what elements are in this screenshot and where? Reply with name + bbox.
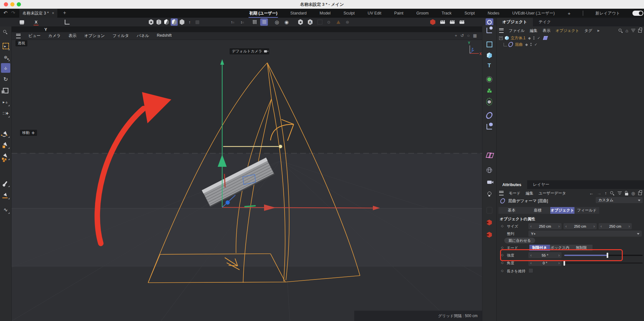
rs-camera-icon[interactable] [484, 230, 495, 240]
section-tab-フィールド[interactable]: フィールド [574, 207, 599, 214]
strength-stepper[interactable]: ‹55 °› [528, 252, 562, 258]
measure-icon[interactable]: ⊙ [326, 18, 332, 26]
om-menu-オブジェクト[interactable]: オブジェクト [555, 28, 579, 33]
attr-forward-icon[interactable]: → [597, 191, 601, 196]
shading-solid-icon[interactable] [171, 18, 178, 26]
object-name[interactable]: 立方体.1 [511, 35, 526, 41]
preset-dropdown[interactable]: カスタム [596, 197, 643, 203]
visibility-dots-icon[interactable] [533, 36, 535, 40]
om-menu-表示[interactable]: 表示 [543, 28, 550, 33]
viewport-corner-icon-3[interactable]: ▦ [473, 33, 477, 38]
render-circle-icon[interactable]: ◉ [283, 18, 290, 26]
camera-object-icon[interactable] [484, 177, 495, 187]
mode-option-制限付き[interactable]: 制限付き [529, 245, 550, 251]
key-diamond-icon[interactable]: ◇ [501, 253, 504, 257]
size-stepper-2[interactable]: ‹250 cm› [599, 223, 632, 229]
attr-filter-icon[interactable] [618, 192, 622, 195]
null-axis-icon[interactable] [484, 121, 495, 132]
gear-icon[interactable]: ⊛ [344, 18, 351, 26]
layer-icon[interactable]: ◆ [525, 42, 528, 47]
tweak-tool-icon[interactable]: ⊛▸ [1, 52, 10, 62]
layout-toggle[interactable] [632, 11, 643, 16]
close-tab-icon[interactable]: × [52, 11, 54, 15]
layout-tab-Paint[interactable]: Paint [393, 9, 404, 17]
viewport-menu-表示[interactable]: 表示 [68, 33, 76, 39]
mode-option-ボックス内[interactable]: ボックス内 [550, 245, 570, 251]
new-layout-button[interactable]: 新レイアウト [595, 9, 620, 18]
grid-toggle-icon[interactable] [251, 18, 258, 26]
tab-objects[interactable]: オブジェクト [497, 18, 533, 26]
angle-slider[interactable] [564, 262, 643, 264]
workplane-icon[interactable] [18, 18, 26, 26]
layout-tab-Track[interactable]: Track [441, 9, 452, 17]
layout-tab-Sculpt[interactable]: Sculpt [343, 9, 355, 17]
attr-up-icon[interactable]: ↑ [605, 191, 607, 196]
attr-back-icon[interactable]: ← [589, 191, 594, 196]
attr-popout-icon[interactable] [638, 192, 642, 195]
shading-dot-icon[interactable] [147, 18, 155, 26]
cone-icon[interactable] [335, 18, 342, 26]
brush-tool-icon[interactable] [1, 178, 10, 188]
sky-globe-icon[interactable] [484, 165, 495, 175]
stepper-inc-icon[interactable]: › [558, 224, 560, 229]
fit-parent-button[interactable]: 親に合わせる [504, 238, 535, 243]
tree-row-bend[interactable]: 屈曲 ◆ ✓ [497, 41, 644, 48]
inactive-box-icon[interactable] [194, 18, 201, 26]
viewport-menu-ビュー[interactable]: ビュー [28, 33, 41, 39]
render-region-icon[interactable]: ◎ [273, 18, 281, 26]
tab-layers[interactable]: レイヤー [527, 180, 555, 189]
om-home-icon[interactable]: ⌂ [626, 28, 628, 33]
size-stepper-0[interactable]: ‹250 cm› [528, 223, 562, 229]
angle-slider-knob[interactable] [564, 260, 565, 266]
viewport-corner-icon-1[interactable]: ↺ [460, 33, 464, 38]
phong-tag-icon[interactable] [543, 36, 548, 40]
snap-move-icon[interactable]: ↑∷ [229, 18, 236, 26]
move-tool-icon[interactable]: ↔↕ [1, 63, 10, 73]
enabled-check-icon[interactable]: ✓ [537, 36, 540, 40]
expander-icon[interactable] [499, 36, 503, 40]
keep-length-checkbox[interactable] [528, 268, 533, 273]
viewport-menu-Redshift[interactable]: Redshift [157, 33, 172, 39]
edge-line-tool-icon[interactable] [1, 190, 10, 200]
array-blocks-icon[interactable] [484, 85, 495, 96]
om-menu-編集[interactable]: 編集 [530, 28, 537, 33]
spline-pen-icon[interactable] [1, 129, 10, 138]
tab-attributes[interactable]: Attributes [497, 180, 527, 189]
generator-sphere-icon[interactable] [484, 74, 495, 84]
redo-icon[interactable]: ↷ [10, 10, 17, 16]
viewport-corner-icon-2[interactable]: ○ [467, 33, 470, 38]
key-diamond-icon[interactable]: ◇ [501, 246, 504, 249]
om-menu-icon[interactable] [499, 28, 504, 33]
document-tab[interactable]: 名称未設定 3 * × [19, 9, 57, 18]
rs-material-icon[interactable] [484, 205, 495, 215]
polygon-pen-icon[interactable] [1, 140, 10, 149]
render-settings-icon[interactable] [458, 18, 466, 26]
add-layout-button[interactable]: + [567, 9, 571, 18]
field-icon[interactable] [484, 150, 495, 160]
cube-primitive-icon[interactable] [484, 50, 495, 61]
stepper-inc-icon[interactable]: › [629, 224, 630, 229]
undo-icon[interactable]: ↶ [2, 10, 9, 16]
axis-lock-icon[interactable]: ↑ [186, 18, 193, 26]
key-diamond-icon[interactable]: ◇ [501, 224, 504, 228]
viewport-corner-icon-0[interactable]: + [455, 33, 457, 38]
camera-label[interactable]: デフォルトカメラ [230, 48, 269, 54]
om-filter-icon[interactable] [631, 29, 635, 33]
shading-half-icon[interactable] [163, 18, 170, 26]
layout-tab-UV Edit[interactable]: UV Edit [367, 9, 382, 17]
viewport-menu-カメラ[interactable]: カメラ [48, 33, 61, 39]
dot-transform-tool-icon[interactable]: ∷✚ [1, 109, 10, 118]
spline-square-icon[interactable] [484, 39, 495, 50]
viewport-menu-オプション[interactable]: オプション [84, 33, 105, 39]
layout-tab-UVEdit-User (ユーザー)[interactable]: UVEdit-User (ユーザー) [512, 9, 555, 18]
key-diamond-icon[interactable]: ◇ [501, 261, 504, 264]
section-tab-座標[interactable]: 座標 [525, 207, 550, 214]
attr-lock-icon[interactable] [625, 193, 628, 195]
layout-tab-Script[interactable]: Script [464, 9, 475, 17]
volume-pen-icon[interactable] [1, 151, 10, 161]
sketch-tool-icon[interactable]: ∿ [1, 205, 10, 214]
rotate-tool-icon[interactable]: ↻ [1, 74, 10, 84]
snap-settings-icon[interactable]: ↕∷ [238, 18, 246, 26]
om-menu-タグ[interactable]: タグ [584, 28, 592, 33]
om-search-icon[interactable] [619, 29, 623, 33]
